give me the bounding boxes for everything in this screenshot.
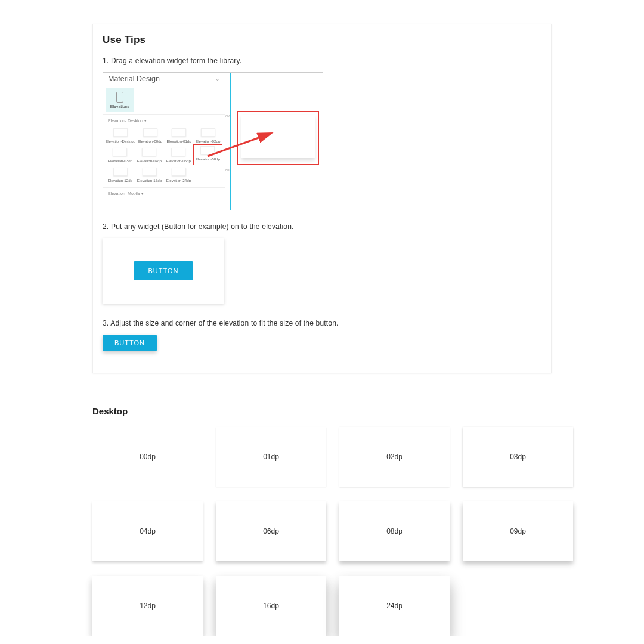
use-tips-title: Use Tips	[103, 34, 541, 46]
elevation-card-16dp[interactable]: 16dp	[216, 576, 326, 636]
thumb-item: Elevation-06dp	[164, 145, 193, 165]
library-mock: Material Design ⌄ Elevations Elevation- …	[103, 72, 323, 210]
thumb-item: Elevation-02dp	[193, 126, 222, 145]
caret-icon: ⌄	[215, 76, 220, 82]
thumb-row-3: Elevation-12dp Elevation-16dp Elevation-…	[103, 165, 225, 185]
thumb-row-1: Elevation-Desktop Elevation-00dp Elevati…	[103, 126, 225, 145]
elevation-card-00dp[interactable]: 00dp	[92, 427, 203, 487]
ruler-tick: 800	[225, 168, 230, 172]
library-panel: Material Design ⌄ Elevations Elevation- …	[103, 73, 225, 210]
library-tab-elevations: Elevations	[106, 88, 134, 112]
library-header: Material Design ⌄	[103, 73, 225, 85]
drop-target-highlight	[237, 111, 319, 165]
tip-step-3: 3. Adjust the size and corner of the ele…	[103, 319, 541, 327]
thumb-item: Elevation-Desktop	[106, 126, 135, 145]
desktop-section-title: Desktop	[92, 406, 552, 416]
elevation-card-04dp[interactable]: 04dp	[92, 501, 203, 561]
library-tab-label: Elevations	[110, 104, 129, 109]
thumb-item: Elevation-16dp	[135, 165, 164, 185]
thumb-item: Elevation-04dp	[135, 145, 164, 165]
fitted-button[interactable]: BUTTON	[103, 335, 157, 351]
dropped-elevation-card	[242, 115, 315, 158]
elevation-card-09dp[interactable]: 09dp	[463, 501, 573, 561]
thumb-item: Elevation-00dp	[135, 126, 165, 145]
thumb-item: Elevation-03dp	[106, 145, 135, 165]
thumb-row-2: Elevation-03dp Elevation-04dp Elevation-…	[103, 145, 225, 165]
thumb-item: Elevation-24dp	[164, 165, 193, 185]
guide-line	[230, 73, 231, 210]
thumb-item: Elevation-12dp	[106, 165, 135, 185]
elevation-card-03dp[interactable]: 03dp	[463, 427, 573, 487]
thumb-item: Elevation-01dp	[165, 126, 194, 145]
use-tips-card: Use Tips 1. Drag a elevation widget form…	[92, 24, 552, 373]
example-button[interactable]: BUTTON	[134, 261, 193, 280]
tip-step-1: 1. Drag a elevation widget form the libr…	[103, 57, 541, 65]
elevation-card-01dp[interactable]: 01dp	[216, 427, 326, 487]
thumb-item-selected: Elevation-08dp	[193, 144, 222, 165]
elevation-card-06dp[interactable]: 06dp	[216, 501, 326, 561]
section-desktop-label: Elevation- Desktop ▾	[103, 114, 225, 126]
elevation-card-08dp[interactable]: 08dp	[339, 501, 450, 561]
desktop-elevation-grid: 00dp 01dp 02dp 03dp 04dp 06dp 08dp 09dp …	[92, 427, 552, 636]
elevation-card-02dp[interactable]: 02dp	[339, 427, 450, 487]
library-header-text: Material Design	[108, 75, 160, 83]
elevation-card-24dp[interactable]: 24dp	[339, 576, 450, 636]
elevation-card-example: BUTTON	[103, 238, 224, 304]
phone-icon	[116, 92, 123, 103]
tip-step-2: 2. Put any widget (Button for example) o…	[103, 222, 541, 231]
elevation-card-12dp[interactable]: 12dp	[92, 576, 203, 636]
ruler-tick: 600	[225, 114, 230, 118]
section-mobile-label: Elevation- Mobile ▾	[103, 187, 225, 199]
canvas-area: 600 800	[225, 73, 323, 210]
